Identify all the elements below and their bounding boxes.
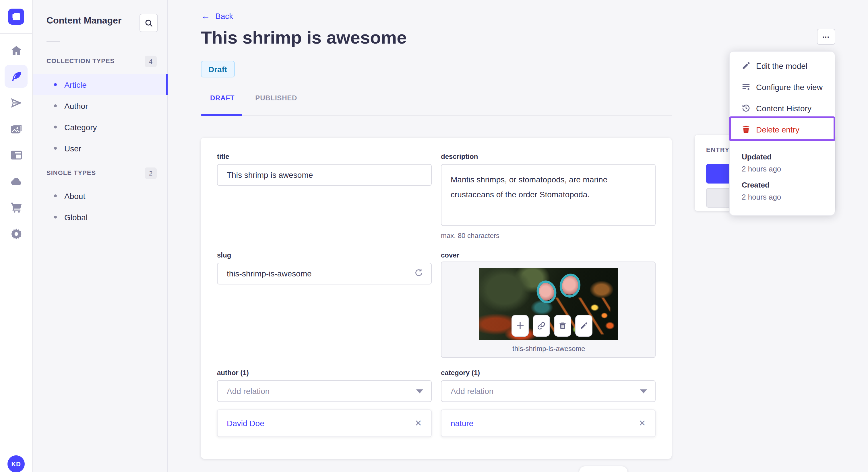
actions-popover: Edit the model Configure the view Conten…: [729, 51, 835, 216]
created-label: Created: [742, 181, 770, 189]
status-badge: Draft: [201, 61, 235, 77]
popover-divider: [730, 146, 835, 146]
bullet-icon: [54, 83, 57, 86]
floating-widget-partial[interactable]: [579, 466, 627, 472]
sidebar-divider: [46, 41, 60, 42]
menu-item-content-history[interactable]: Content History: [730, 98, 835, 119]
more-actions-button[interactable]: ⋯: [817, 29, 835, 45]
bullet-icon: [54, 126, 57, 129]
menu-item-label: Configure the view: [756, 82, 823, 92]
back-arrow-icon: ←: [201, 12, 210, 20]
sidebar-item-user[interactable]: User: [33, 138, 167, 159]
remove-author-icon[interactable]: ✕: [415, 418, 422, 429]
description-value: Mantis shrimps, or stomatopods, are mari…: [451, 172, 646, 202]
sidebar-item-label: User: [64, 144, 81, 153]
content-type-builder-icon[interactable]: [10, 148, 23, 162]
plus-icon: [516, 322, 524, 330]
link-icon: [537, 322, 546, 330]
title-label: title: [217, 153, 432, 161]
created-value: 2 hours ago: [742, 193, 781, 201]
sidebar-item-global[interactable]: Global: [33, 206, 167, 228]
target-highlight-box: [729, 116, 835, 141]
description-label: description: [441, 153, 656, 161]
chevron-down-icon: [416, 389, 423, 393]
menu-item-edit-model[interactable]: Edit the model: [730, 55, 835, 76]
bullet-icon: [54, 194, 57, 197]
slug-input[interactable]: this-shrimp-is-awesome: [217, 263, 432, 284]
logo-section: [0, 0, 33, 34]
add-asset-button[interactable]: [512, 315, 529, 337]
slug-label: slug: [217, 251, 432, 259]
search-button[interactable]: [140, 14, 158, 32]
category-relation-link[interactable]: nature: [451, 419, 473, 428]
pencil-icon: [742, 61, 750, 70]
strapi-logo-notch: [12, 14, 16, 18]
edit-asset-button[interactable]: [575, 315, 592, 337]
shrimp-eye: [561, 275, 580, 297]
sidebar-item-category[interactable]: Category: [33, 116, 167, 138]
sidebar-item-about[interactable]: About: [33, 185, 167, 206]
sidebar-title: Content Manager: [46, 15, 121, 26]
tab-published[interactable]: PUBLISHED: [245, 94, 307, 111]
entry-panel-label: ENTRY: [706, 146, 730, 153]
chevron-down-icon: [640, 389, 647, 393]
tab-draft[interactable]: DRAFT: [201, 94, 245, 111]
author-relation-select[interactable]: Add relation: [217, 380, 432, 402]
page-title: This shrimp is awesome: [201, 28, 407, 48]
title-input[interactable]: This shrimp is awesome: [217, 164, 432, 186]
pencil-icon: [580, 322, 588, 330]
sidebar-item-label: Global: [64, 212, 88, 222]
releases-icon[interactable]: [10, 96, 23, 109]
bullet-icon: [54, 147, 57, 150]
category-relation-select[interactable]: Add relation: [441, 380, 656, 402]
active-tab-indicator: [201, 114, 242, 116]
search-icon: [144, 19, 153, 27]
media-library-icon[interactable]: [10, 123, 23, 136]
category-label: category (1): [441, 369, 656, 377]
home-icon[interactable]: [10, 44, 23, 57]
description-textarea[interactable]: Mantis shrimps, or stomatopods, are mari…: [441, 164, 656, 226]
author-relation-item: David Doe ✕: [217, 409, 432, 437]
menu-item-configure-view[interactable]: Configure the view: [730, 76, 835, 98]
sidebar-item-label: Author: [64, 101, 88, 110]
slug-value: this-shrimp-is-awesome: [227, 269, 312, 278]
updated-value: 2 hours ago: [742, 165, 781, 173]
single-types-count-badge: 2: [145, 167, 157, 179]
app-canvas: KD Content Manager COLLECTION TYPES 4 Ar…: [0, 0, 868, 472]
screenshot-viewport: KD Content Manager COLLECTION TYPES 4 Ar…: [0, 0, 868, 472]
sidebar-item-article[interactable]: Article: [33, 74, 167, 95]
version-tabs: DRAFT PUBLISHED: [201, 94, 307, 111]
cloud-icon[interactable]: [10, 175, 23, 188]
marketplace-cart-icon[interactable]: [10, 201, 23, 214]
menu-item-label: Edit the model: [756, 61, 807, 70]
description-hint: max. 80 characters: [441, 232, 656, 240]
sidebar-item-author[interactable]: Author: [33, 95, 167, 116]
history-clock-icon: [742, 104, 750, 112]
collection-types-label: COLLECTION TYPES: [46, 57, 115, 64]
single-types-label: SINGLE TYPES: [46, 169, 96, 176]
category-relation-item: nature ✕: [441, 409, 656, 437]
collection-types-count-badge: 4: [145, 56, 157, 67]
sidebar-item-label: Article: [64, 80, 87, 89]
copy-link-button[interactable]: [533, 315, 550, 337]
author-relation-link[interactable]: David Doe: [227, 419, 265, 428]
regenerate-slug-icon[interactable]: [414, 268, 423, 279]
author-placeholder: Add relation: [227, 386, 270, 396]
delete-asset-button[interactable]: [554, 315, 571, 337]
remove-category-icon[interactable]: ✕: [639, 418, 646, 429]
bullet-icon: [54, 104, 57, 107]
cover-actions: [512, 315, 592, 337]
cover-label: cover: [441, 251, 656, 259]
content-manager-icon[interactable]: [5, 65, 28, 88]
edit-form-card: title This shrimp is awesome description…: [201, 138, 672, 459]
author-label: author (1): [217, 369, 432, 377]
strapi-logo-icon[interactable]: [8, 9, 24, 25]
updated-label: Updated: [742, 153, 772, 161]
settings-gear-icon[interactable]: [10, 227, 23, 240]
cover-caption: this-shrimp-is-awesome: [441, 345, 656, 353]
configure-list-icon: [742, 82, 750, 91]
content-manager-sidebar: Content Manager COLLECTION TYPES 4 Artic…: [33, 0, 167, 472]
category-placeholder: Add relation: [451, 386, 493, 396]
back-link[interactable]: ← Back: [201, 11, 233, 21]
user-avatar[interactable]: KD: [7, 456, 25, 472]
